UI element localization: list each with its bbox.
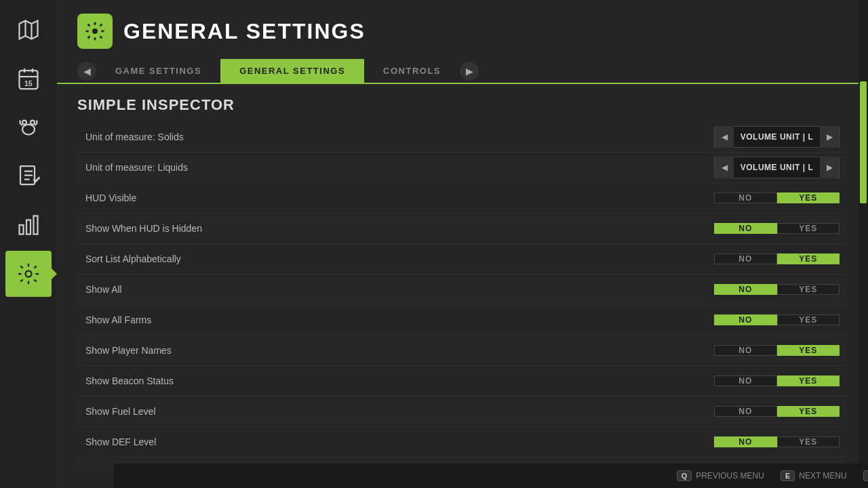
scrollbar-thumb[interactable] [860, 81, 867, 203]
key-q[interactable]: Q [677, 470, 692, 481]
tab-next-arrow[interactable]: ▶ [460, 62, 479, 81]
setting-row-sort-alpha: Sort List Alphabetically NO YES [77, 244, 848, 274]
key-esc[interactable]: ESC [863, 470, 868, 481]
section-title: SIMPLE INSPECTOR [57, 84, 868, 122]
svg-rect-7 [26, 220, 31, 235]
setting-row-hud-visible: HUD Visible NO YES [77, 183, 848, 214]
svg-rect-8 [34, 216, 38, 235]
setting-control-hud-visible: NO YES [714, 187, 840, 209]
setting-row-show-when-hidden: Show When HUD is Hidden NO YES [77, 214, 848, 244]
sidebar: 15 [0, 0, 57, 488]
hint-label-previous: PREVIOUS MENU [696, 471, 764, 481]
tab-prev-arrow[interactable]: ◀ [77, 62, 96, 81]
setting-row-show-all-farms: Show All Farms NO YES [77, 305, 848, 336]
toggle-no-show-all[interactable]: NO [714, 284, 777, 295]
setting-control-show-all-farms: NO YES [714, 309, 840, 331]
dropdown-right-solids[interactable]: ▶ [820, 126, 839, 148]
toggle-no-player-names[interactable]: NO [714, 345, 777, 356]
hint-back: ESC BACK [863, 470, 868, 481]
setting-row-show-all: Show All NO YES [77, 274, 848, 305]
toggle-no-beacon-status[interactable]: NO [714, 375, 777, 386]
svg-rect-6 [20, 225, 24, 235]
toggle-no-def-level[interactable]: NO [714, 436, 777, 447]
setting-control-fuel-level: NO YES [714, 401, 840, 422]
toggle-yes-hud-visible[interactable]: YES [777, 192, 840, 203]
sidebar-active-indicator [50, 267, 57, 281]
scrollbar[interactable] [859, 0, 868, 488]
setting-control-solids: ◀ VOLUME UNIT | L ▶ [714, 126, 840, 148]
sidebar-item-contracts[interactable] [5, 153, 52, 199]
key-e[interactable]: E [781, 470, 795, 481]
setting-control-player-names: NO YES [714, 340, 840, 361]
bottom-bar: Q PREVIOUS MENU E NEXT MENU ESC BACK [114, 464, 868, 488]
svg-text:15: 15 [24, 79, 33, 87]
tab-bar: ◀ GAME SETTINGS GENERAL SETTINGS CONTROL… [57, 59, 868, 84]
setting-label-fuel-level: Show Fuel Level [85, 406, 156, 417]
setting-row-solids: Unit of measure: Solids ◀ VOLUME UNIT | … [77, 122, 848, 152]
toggle-yes-player-names[interactable]: YES [777, 345, 840, 356]
sidebar-item-map[interactable] [5, 7, 52, 53]
tab-general-settings[interactable]: GENERAL SETTINGS [220, 59, 364, 84]
toggle-no-fuel-level[interactable]: NO [714, 406, 777, 417]
toggle-no-sort-alpha[interactable]: NO [714, 253, 777, 264]
toggle-yes-show-all[interactable]: YES [777, 284, 840, 295]
settings-list: Unit of measure: Solids ◀ VOLUME UNIT | … [57, 122, 868, 468]
toggle-no-show-when-hidden[interactable]: NO [714, 223, 777, 234]
setting-control-beacon-status: NO YES [714, 370, 840, 392]
setting-control-show-when-hidden: NO YES [714, 218, 840, 239]
toggle-yes-show-when-hidden[interactable]: YES [777, 223, 840, 234]
sidebar-item-stats[interactable] [5, 202, 52, 248]
setting-row-def-level: Show DEF Level NO YES [77, 427, 848, 458]
setting-label-sort-alpha: Sort List Alphabetically [85, 253, 181, 264]
tab-controls[interactable]: CONTROLS [364, 59, 460, 84]
setting-label-solids: Unit of measure: Solids [85, 131, 184, 142]
hint-label-next: NEXT MENU [799, 471, 846, 481]
toggle-yes-beacon-status[interactable]: YES [777, 375, 840, 386]
tab-game-settings[interactable]: GAME SETTINGS [96, 59, 220, 84]
header-icon [77, 14, 113, 49]
setting-row-player-names: Show Player Names NO YES [77, 336, 848, 366]
svg-point-2 [22, 125, 35, 135]
svg-point-10 [92, 28, 98, 34]
page-header: GENERAL SETTINGS [57, 0, 868, 59]
toggle-yes-sort-alpha[interactable]: YES [777, 253, 840, 264]
toggle-yes-def-level[interactable]: YES [777, 436, 840, 447]
toggle-yes-show-all-farms[interactable]: YES [777, 314, 840, 325]
svg-point-3 [22, 121, 26, 125]
toggle-yes-fuel-level[interactable]: YES [777, 406, 840, 417]
sidebar-item-settings[interactable] [5, 251, 52, 297]
main-content: GENERAL SETTINGS ◀ GAME SETTINGS GENERAL… [57, 0, 868, 488]
setting-label-show-when-hidden: Show When HUD is Hidden [85, 223, 202, 234]
setting-label-show-all-farms: Show All Farms [85, 314, 151, 325]
dropdown-value-liquids: VOLUME UNIT | L [734, 163, 820, 172]
setting-label-player-names: Show Player Names [85, 345, 172, 356]
sidebar-item-animals[interactable] [5, 104, 52, 150]
setting-control-show-all: NO YES [714, 279, 840, 300]
dropdown-right-liquids[interactable]: ▶ [820, 157, 839, 178]
setting-row-liquids: Unit of measure: Liquids ◀ VOLUME UNIT |… [77, 152, 848, 183]
hint-previous-menu: Q PREVIOUS MENU [677, 470, 764, 481]
setting-label-hud-visible: HUD Visible [85, 192, 136, 203]
setting-control-sort-alpha: NO YES [714, 248, 840, 270]
dropdown-left-liquids[interactable]: ◀ [715, 157, 734, 178]
hint-next-menu: E NEXT MENU [781, 470, 847, 481]
sidebar-item-calendar[interactable]: 15 [5, 56, 52, 102]
svg-point-4 [31, 121, 35, 125]
dropdown-value-solids: VOLUME UNIT | L [734, 132, 820, 142]
setting-label-def-level: Show DEF Level [85, 436, 156, 447]
setting-label-liquids: Unit of measure: Liquids [85, 162, 188, 173]
setting-control-liquids: ◀ VOLUME UNIT | L ▶ [714, 157, 840, 178]
dropdown-left-solids[interactable]: ◀ [715, 126, 734, 148]
svg-point-9 [26, 271, 32, 277]
setting-row-beacon-status: Show Beacon Status NO YES [77, 366, 848, 396]
toggle-no-show-all-farms[interactable]: NO [714, 314, 777, 325]
setting-label-show-all: Show All [85, 284, 122, 295]
setting-row-fuel-level: Show Fuel Level NO YES [77, 396, 848, 427]
page-title: GENERAL SETTINGS [123, 19, 366, 44]
setting-label-beacon-status: Show Beacon Status [85, 375, 174, 386]
toggle-no-hud-visible[interactable]: NO [714, 192, 777, 203]
setting-control-def-level: NO YES [714, 431, 840, 453]
